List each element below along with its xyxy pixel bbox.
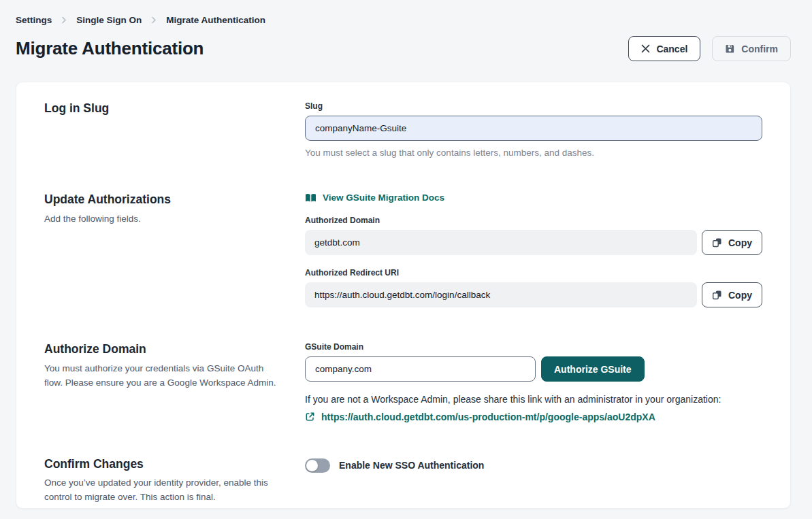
gsuite-domain-label: GSuite Domain — [305, 342, 762, 352]
confirm-changes-right: Enable New SSO Authentication — [305, 457, 762, 505]
header-actions: Cancel Confirm — [628, 36, 791, 61]
authorize-domain-left: Authorize Domain You must authorize your… — [44, 342, 305, 422]
cancel-button[interactable]: Cancel — [628, 36, 700, 61]
confirm-button-label: Confirm — [741, 44, 778, 54]
copy-button-label: Copy — [728, 237, 752, 248]
copy-button-label: Copy — [728, 290, 752, 301]
section-update-authorizations: Update Authorizations Add the following … — [44, 192, 762, 307]
migrate-authentication-page: Settings Single Sign On Migrate Authenti… — [0, 0, 812, 509]
breadcrumb: Settings Single Sign On Migrate Authenti… — [16, 15, 791, 25]
chevron-right-icon — [61, 16, 67, 24]
enable-new-sso-toggle[interactable] — [305, 458, 330, 473]
breadcrumb-migrate-authentication: Migrate Authentication — [166, 15, 265, 25]
login-slug-left: Log in Slug — [44, 101, 305, 158]
copy-icon — [712, 290, 722, 300]
external-link-icon — [305, 412, 315, 422]
settings-card: Log in Slug Slug You must select a slug … — [16, 82, 791, 509]
copy-authorized-domain-button[interactable]: Copy — [702, 230, 762, 255]
update-authorizations-heading: Update Authorizations — [44, 192, 305, 207]
update-authorizations-left: Update Authorizations Add the following … — [44, 192, 305, 307]
authorized-domain-value: getdbt.com — [305, 230, 697, 255]
enable-new-sso-toggle-label: Enable New SSO Authentication — [339, 460, 484, 471]
page-header: Migrate Authentication Cancel Confirm — [16, 36, 791, 61]
section-login-slug: Log in Slug Slug You must select a slug … — [44, 101, 762, 158]
login-slug-heading: Log in Slug — [44, 101, 305, 116]
authorize-gsuite-button[interactable]: Authorize GSuite — [541, 356, 645, 382]
page-title: Migrate Authentication — [16, 38, 204, 59]
update-authorizations-right: View GSuite Migration Docs Authorized Do… — [305, 192, 762, 307]
confirm-changes-heading: Confirm Changes — [44, 457, 305, 472]
slug-help-text: You must select a slug that only contain… — [305, 148, 762, 158]
login-slug-right: Slug You must select a slug that only co… — [305, 101, 762, 158]
admin-share-link[interactable]: https://auth.cloud.getdbt.com/us-product… — [321, 412, 655, 422]
authorize-domain-heading: Authorize Domain — [44, 342, 305, 357]
update-authorizations-description: Add the following fields. — [44, 212, 284, 227]
authorized-domain-label: Authorized Domain — [305, 216, 762, 225]
book-icon — [305, 193, 316, 203]
chevron-right-icon — [150, 16, 157, 24]
confirm-changes-left: Confirm Changes Once you’ve updated your… — [44, 457, 305, 505]
gsuite-domain-input[interactable] — [305, 356, 536, 382]
copy-redirect-uri-button[interactable]: Copy — [702, 282, 762, 307]
authorize-domain-right: GSuite Domain Authorize GSuite If you ar… — [305, 342, 762, 422]
redirect-uri-row: https://auth.cloud.getdbt.com/login/call… — [305, 282, 762, 307]
slug-label: Slug — [305, 101, 762, 111]
section-authorize-domain: Authorize Domain You must authorize your… — [44, 342, 762, 422]
sso-toggle-row: Enable New SSO Authentication — [305, 458, 762, 473]
breadcrumb-settings[interactable]: Settings — [16, 15, 52, 25]
breadcrumb-single-sign-on[interactable]: Single Sign On — [76, 15, 142, 25]
authorized-domain-row: getdbt.com Copy — [305, 230, 762, 255]
gsuite-migration-docs-link[interactable]: View GSuite Migration Docs — [305, 192, 444, 203]
authorize-gsuite-button-label: Authorize GSuite — [554, 364, 632, 375]
toggle-knob — [306, 460, 318, 471]
section-confirm-changes: Confirm Changes Once you’ve updated your… — [44, 457, 762, 505]
redirect-uri-value: https://auth.cloud.getdbt.com/login/call… — [305, 282, 697, 307]
cancel-button-label: Cancel — [656, 44, 687, 54]
share-link-instructions: If you are not a Workspace Admin, please… — [305, 393, 762, 407]
authorize-domain-description: You must authorize your credentials via … — [44, 362, 284, 390]
gsuite-domain-row: Authorize GSuite — [305, 356, 762, 382]
confirm-button[interactable]: Confirm — [712, 36, 791, 61]
copy-icon — [712, 237, 722, 248]
share-link-row: https://auth.cloud.getdbt.com/us-product… — [305, 412, 762, 422]
redirect-uri-label: Authorized Redirect URI — [305, 268, 762, 278]
gsuite-migration-docs-link-label: View GSuite Migration Docs — [323, 192, 444, 203]
slug-input[interactable] — [305, 116, 762, 141]
save-icon — [725, 44, 735, 54]
confirm-changes-description: Once you’ve updated your identity provid… — [44, 476, 276, 505]
close-icon — [641, 44, 650, 53]
